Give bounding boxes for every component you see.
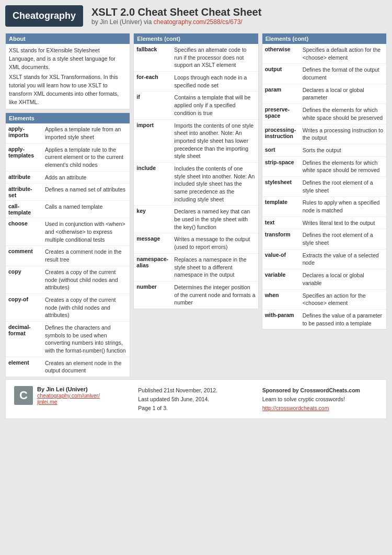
entry-key: apply-imports bbox=[6, 123, 42, 143]
footer-sponsor-col: Sponsored by CrosswordCheats.com Learn t… bbox=[258, 384, 382, 414]
entry-value: Writes a message to the output (used to … bbox=[171, 233, 258, 253]
entry-key: namespace-alias bbox=[134, 254, 171, 281]
entry-key: transform bbox=[262, 229, 300, 248]
table-row: keyDeclares a named key that can be used… bbox=[134, 206, 258, 233]
table-row: value-ofExtracts the value of a selected… bbox=[262, 250, 386, 269]
entry-value: Defines the root element of a style shee… bbox=[300, 177, 386, 196]
entry-key: value-of bbox=[262, 250, 300, 269]
entry-key: fallback bbox=[134, 44, 171, 71]
about-line-1: XSL stands for EXtensible Stylesheet Lan… bbox=[9, 47, 126, 71]
main-content: About XSL stands for EXtensible Styleshe… bbox=[5, 33, 387, 377]
table-row: elementCreates an element node in the ou… bbox=[6, 357, 130, 377]
table-row: copy-ofCreates a copy of the current nod… bbox=[6, 294, 130, 322]
about-section: About XSL stands for EXtensible Styleshe… bbox=[5, 33, 130, 109]
elements-header: Elements bbox=[6, 113, 130, 123]
table-row: numberDetermines the integer position of… bbox=[134, 281, 258, 309]
entry-value: Declares a local or global parameter bbox=[300, 84, 386, 104]
page-title: XSLT 2.0 Cheat Sheet Cheat Sheet bbox=[91, 6, 261, 18]
table-row: for-eachLoops through each node in a spe… bbox=[134, 72, 258, 92]
table-row: sortSorts the output bbox=[262, 144, 386, 157]
table-row: call-templateCalls a named template bbox=[6, 201, 130, 218]
entry-key: processing-instruction bbox=[262, 124, 300, 144]
table-row: fallbackSpecifies an alternate code to r… bbox=[134, 44, 258, 72]
about-line-2: XSLT stands for XSL Transformations. In … bbox=[9, 73, 126, 106]
entry-key: attribute-set bbox=[6, 184, 42, 200]
table-row: variableDeclares a local or global varia… bbox=[262, 269, 386, 289]
entry-value: Defines the value of a parameter to be p… bbox=[300, 310, 386, 329]
elements-section: Elements apply-importsApplies a template… bbox=[5, 112, 130, 377]
entry-key: copy bbox=[6, 266, 42, 293]
subtitle-pre: by bbox=[91, 18, 100, 26]
footer-published-date: Published 21st November, 2012. bbox=[138, 386, 253, 395]
footer-author-col: C By Jin Lei (Univer) cheatography.com/u… bbox=[10, 384, 134, 414]
page-wrapper: Cheatography XSLT 2.0 Cheat Sheet Cheat … bbox=[5, 5, 387, 419]
table-row: apply-templatesApplies a template rule t… bbox=[6, 144, 130, 172]
entry-key: if bbox=[134, 92, 171, 119]
entry-key: import bbox=[134, 120, 171, 162]
table-row: commentCreates a comment node in the res… bbox=[6, 246, 130, 266]
header: Cheatography XSLT 2.0 Cheat Sheet Cheat … bbox=[5, 5, 387, 27]
entry-value: Defines the root element of a style shee… bbox=[300, 229, 386, 248]
header-subtitle: by Jin Lei (Univer) via cheatography.com… bbox=[91, 18, 261, 26]
left-column: About XSL stands for EXtensible Styleshe… bbox=[5, 33, 130, 377]
entry-key: variable bbox=[262, 269, 300, 289]
entry-value: Specifies a default action for the <choo… bbox=[300, 44, 386, 63]
entry-value: Creates a copy of the current node (with… bbox=[42, 294, 130, 321]
entry-value: Applies a template rule from an imported… bbox=[42, 123, 130, 143]
entry-key: include bbox=[134, 163, 171, 205]
entry-key: param bbox=[262, 84, 300, 104]
footer-link1[interactable]: cheatography.com/univer/ bbox=[37, 392, 100, 399]
table-row: strip-spaceDefines the elements for whic… bbox=[262, 157, 386, 177]
table-row: outputDefines the format of the output d… bbox=[262, 64, 386, 84]
entry-value: Includes the contents of one style sheet… bbox=[171, 163, 258, 205]
table-row: includeIncludes the contents of one styl… bbox=[134, 163, 258, 206]
elements-cont1-header: Elements (cont) bbox=[134, 33, 258, 44]
footer-author-name: Jin Lei (Univer) bbox=[46, 386, 87, 392]
footer-sponsor-link[interactable]: http://crosswordcheats.com bbox=[262, 405, 329, 411]
footer-by-label: By bbox=[37, 386, 46, 392]
entry-value: Extracts the value of a selected node bbox=[300, 250, 386, 269]
table-row: ifContains a template that will be appli… bbox=[134, 92, 258, 119]
entry-value: Rules to apply when a specified node is … bbox=[300, 197, 386, 216]
entry-value: Creates a comment node in the result tre… bbox=[42, 246, 130, 265]
table-row: namespace-aliasReplaces a namespace in t… bbox=[134, 254, 258, 281]
footer-author-by: By Jin Lei (Univer) bbox=[37, 386, 100, 392]
footer-pub-col: Published 21st November, 2012. Last upda… bbox=[134, 384, 258, 414]
entry-value: Writes literal text to the output bbox=[300, 217, 386, 229]
author-name: Jin Lei (Univer) bbox=[100, 18, 142, 26]
entry-value: Specifies an action for the <choose> ele… bbox=[300, 290, 386, 309]
footer-published: Published 21st November, 2012. Last upda… bbox=[138, 386, 253, 412]
table-row: preserve-spaceDefines the elements for w… bbox=[262, 104, 386, 124]
about-header: About bbox=[6, 33, 130, 44]
entry-value: Specifies an alternate code to run if th… bbox=[171, 44, 258, 71]
entry-value: Loops through each node in a specified n… bbox=[171, 72, 258, 91]
table-row: processing-instructionWrites a processin… bbox=[262, 124, 386, 144]
table-row: stylesheetDefines the root element of a … bbox=[262, 177, 386, 197]
entry-value: Defines the elements for which white spa… bbox=[300, 157, 386, 176]
entry-key: call-template bbox=[6, 201, 42, 218]
right-column: Elements (cont) otherwiseSpecifies a def… bbox=[262, 33, 387, 330]
elements-cont1-section: Elements (cont) fallbackSpecifies an alt… bbox=[133, 33, 258, 309]
entry-value: Sorts the output bbox=[300, 144, 386, 156]
entry-key: when bbox=[262, 290, 300, 309]
footer-logo-c: C bbox=[14, 386, 33, 405]
entry-value: Applies a template rule to the current e… bbox=[42, 144, 130, 171]
entry-key: choose bbox=[6, 218, 42, 245]
table-row: importImports the contents of one style … bbox=[134, 120, 258, 163]
table-row: templateRules to apply when a specified … bbox=[262, 197, 386, 217]
elements-cont2-header: Elements (cont) bbox=[262, 33, 386, 44]
entry-key: for-each bbox=[134, 72, 171, 91]
elements-cont2-section: Elements (cont) otherwiseSpecifies a def… bbox=[262, 33, 387, 330]
about-text: XSL stands for EXtensible Stylesheet Lan… bbox=[6, 44, 130, 109]
footer-link2[interactable]: jinlei.me bbox=[37, 399, 57, 405]
entry-key: message bbox=[134, 233, 171, 253]
entry-value: Defines the elements for which white spa… bbox=[300, 104, 386, 123]
entry-value: Defines the format of the output documen… bbox=[300, 64, 386, 83]
entry-key: text bbox=[262, 217, 300, 229]
table-row: with-paramDefines the value of a paramet… bbox=[262, 310, 386, 329]
footer-sponsor-name: Sponsored by CrosswordCheats.com bbox=[262, 386, 378, 395]
entry-value: Contains a template that will be applied… bbox=[171, 92, 258, 119]
entry-key: key bbox=[134, 206, 171, 233]
cheatography-link[interactable]: cheatography.com/2588/cs/673/ bbox=[154, 18, 243, 26]
entry-value: Determines the integer position of the c… bbox=[171, 281, 258, 309]
